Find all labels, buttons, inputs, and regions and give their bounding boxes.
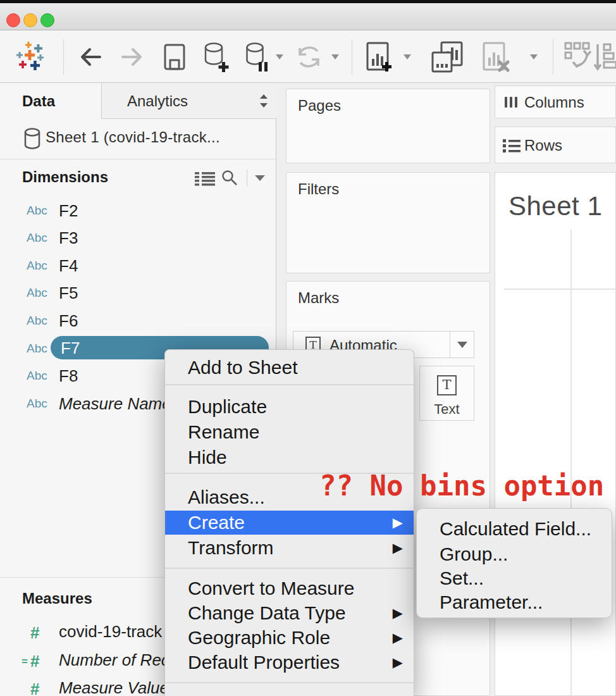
menu-item-convert-to-measure[interactable]: Convert to Measure	[165, 576, 414, 601]
submenu-item-calculated-field[interactable]: Calculated Field...	[417, 517, 612, 541]
search-icon[interactable]	[221, 170, 238, 187]
clear-worksheet-icon	[482, 41, 512, 74]
titlebar	[0, 3, 616, 30]
view-list-icon[interactable]	[195, 171, 215, 186]
duplicate-worksheet-icon[interactable]	[430, 41, 464, 74]
text-mark-icon: T	[437, 375, 457, 395]
pages-shelf[interactable]: Pages	[286, 89, 490, 163]
menu-item-duplicate[interactable]: Duplicate	[165, 394, 414, 419]
menu-item-default-properties[interactable]: Default Properties ▶	[165, 650, 414, 675]
tab-analytics-label: Analytics	[127, 92, 188, 109]
field-label: Measure Values	[59, 678, 177, 696]
filters-label: Filters	[298, 180, 339, 198]
text-mark-button[interactable]: T Text	[419, 366, 474, 421]
menu-item-rename[interactable]: Rename	[165, 419, 414, 445]
field-row-f4[interactable]: Abc F4	[0, 256, 276, 275]
submenu-item-group[interactable]: Group...	[417, 542, 612, 566]
save-icon[interactable]	[163, 43, 186, 71]
back-icon[interactable]	[77, 46, 102, 68]
zoom-button[interactable]	[40, 13, 54, 27]
tab-data[interactable]: Data	[0, 83, 101, 119]
menu-item-hide[interactable]: Hide	[165, 445, 414, 470]
menu-item-create[interactable]: Create ▶	[165, 511, 414, 535]
swap-rows-columns-icon	[564, 42, 593, 73]
filters-shelf[interactable]: Filters	[286, 172, 490, 273]
marks-label: Marks	[298, 289, 339, 307]
string-type-icon: Abc	[27, 286, 47, 300]
pause-auto-updates-icon[interactable]	[245, 42, 271, 73]
new-worksheet-dropdown-caret[interactable]	[403, 54, 411, 59]
caret-down-icon	[457, 342, 467, 348]
field-row-f5[interactable]: Abc F5	[0, 283, 276, 302]
field-label: covid-19-track	[59, 622, 162, 642]
annotation-text: ?? No bins option	[319, 469, 604, 502]
number-type-icon: #	[30, 623, 39, 643]
toolbar-separator	[352, 39, 352, 75]
toolbar-separator	[63, 39, 64, 75]
menu-item-change-data-type[interactable]: Change Data Type ▶	[165, 600, 414, 626]
refresh-icon[interactable]	[295, 43, 324, 71]
menu-item-label: Geographic Role	[188, 627, 330, 648]
refresh-dropdown-caret[interactable]	[331, 54, 339, 59]
columns-label: Columns	[524, 94, 584, 111]
field-row-f2[interactable]: Abc F2	[0, 201, 276, 220]
number-type-icon: #	[30, 652, 39, 671]
menu-item-label: Default Properties	[188, 652, 340, 673]
sort-ascending-icon[interactable]	[593, 42, 616, 73]
database-icon	[24, 128, 40, 151]
tableau-window: Data Analytics Sheet 1 (covid-19-track..…	[0, 0, 616, 696]
string-type-icon: Abc	[27, 369, 47, 383]
string-type-icon: Abc	[27, 259, 47, 273]
field-label: F8	[59, 366, 78, 386]
submenu-item-parameter[interactable]: Parameter...	[417, 590, 612, 614]
field-label: F7	[61, 339, 80, 358]
close-button[interactable]	[6, 13, 20, 27]
new-worksheet-icon[interactable]	[366, 41, 396, 74]
clear-dropdown-caret[interactable]	[530, 54, 538, 59]
pause-dropdown-caret[interactable]	[276, 54, 283, 59]
submenu-arrow-icon: ▶	[393, 535, 403, 561]
add-datasource-icon[interactable]	[204, 42, 231, 73]
create-submenu: Calculated Field... Group... Set... Para…	[416, 508, 612, 618]
submenu-arrow-icon: ▶	[393, 625, 403, 650]
string-type-icon: Abc	[27, 397, 47, 411]
field-label: F6	[59, 311, 78, 331]
tab-analytics[interactable]: Analytics	[101, 83, 276, 119]
measures-header: Measures	[22, 590, 92, 607]
datasource-label: Sheet 1 (covid-19-track...	[46, 128, 220, 146]
menu-separator	[165, 568, 414, 569]
sheet-title: Sheet 1	[508, 191, 602, 221]
forward-icon[interactable]	[120, 46, 145, 68]
text-button-label: Text	[420, 401, 474, 418]
field-context-menu: Add to Sheet Duplicate Rename Hide Alias…	[164, 349, 414, 696]
menu-item-add-to-sheet[interactable]: Add to Sheet	[165, 355, 414, 380]
field-label: F4	[59, 256, 78, 276]
datasource-row[interactable]: Sheet 1 (covid-19-track...	[0, 120, 276, 159]
string-type-icon: Abc	[27, 314, 47, 328]
pane-updown-icon[interactable]	[259, 94, 269, 108]
columns-shelf[interactable]: Columns	[495, 85, 616, 118]
minimize-button[interactable]	[23, 13, 37, 27]
mark-type-caret-button[interactable]	[450, 332, 474, 357]
pane-divider	[0, 159, 276, 159]
field-row-f6[interactable]: Abc F6	[0, 311, 276, 330]
menu-item-label: Change Data Type	[188, 602, 346, 623]
field-label: F5	[59, 283, 78, 303]
menu-item-label: Transform	[188, 537, 274, 558]
submenu-arrow-icon: ▶	[393, 600, 403, 626]
menu-item-label: Create	[188, 512, 245, 533]
field-label: Measure Names	[59, 394, 180, 414]
submenu-item-set[interactable]: Set...	[417, 566, 612, 590]
dimensions-header: Dimensions	[22, 168, 108, 186]
rows-icon	[503, 139, 521, 152]
menu-item-geographic-role[interactable]: Geographic Role ▶	[165, 625, 414, 650]
menu-item-transform[interactable]: Transform ▶	[165, 535, 414, 561]
field-row-f3[interactable]: Abc F3	[0, 228, 276, 247]
menu-separator	[165, 682, 414, 683]
string-type-icon: Abc	[27, 204, 47, 218]
rows-shelf[interactable]: Rows	[495, 127, 616, 163]
submenu-arrow-icon: ▶	[393, 650, 403, 675]
toolbar-separator	[553, 39, 553, 75]
field-label: F2	[59, 201, 78, 221]
dimensions-menu-caret-icon[interactable]	[254, 175, 266, 182]
